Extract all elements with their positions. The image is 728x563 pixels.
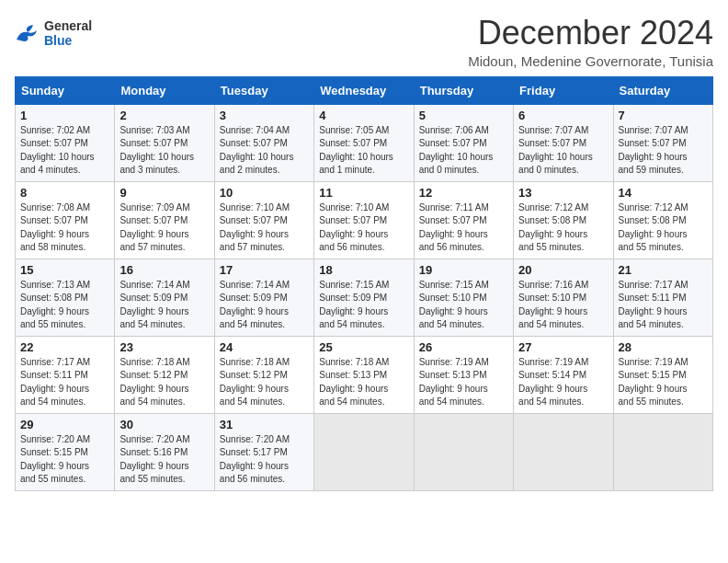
logo-general: General — [44, 18, 92, 33]
calendar-cell — [514, 413, 613, 490]
logo: General Blue — [15, 18, 92, 48]
calendar-cell: 15Sunrise: 7:13 AM Sunset: 5:08 PM Dayli… — [16, 259, 115, 336]
day-info: Sunrise: 7:18 AM Sunset: 5:13 PM Dayligh… — [319, 356, 408, 409]
day-info: Sunrise: 7:19 AM Sunset: 5:14 PM Dayligh… — [518, 356, 608, 409]
day-number: 8 — [20, 186, 109, 200]
day-info: Sunrise: 7:20 AM Sunset: 5:17 PM Dayligh… — [220, 433, 309, 487]
day-number: 22 — [20, 340, 109, 354]
calendar-cell: 20Sunrise: 7:16 AM Sunset: 5:10 PM Dayli… — [514, 259, 613, 336]
calendar-cell: 14Sunrise: 7:12 AM Sunset: 5:08 PM Dayli… — [613, 181, 712, 259]
calendar-week-row: 8Sunrise: 7:08 AM Sunset: 5:07 PM Daylig… — [16, 181, 713, 259]
day-info: Sunrise: 7:04 AM Sunset: 5:07 PM Dayligh… — [220, 124, 309, 178]
day-info: Sunrise: 7:10 AM Sunset: 5:07 PM Dayligh… — [319, 201, 408, 255]
day-info: Sunrise: 7:17 AM Sunset: 5:11 PM Dayligh… — [20, 356, 109, 409]
day-number: 9 — [119, 186, 209, 200]
month-title: December 2024 — [468, 15, 713, 52]
day-number: 16 — [119, 263, 209, 277]
day-info: Sunrise: 7:08 AM Sunset: 5:07 PM Dayligh… — [20, 201, 109, 255]
day-number: 24 — [220, 340, 309, 354]
calendar-cell: 31Sunrise: 7:20 AM Sunset: 5:17 PM Dayli… — [214, 413, 313, 490]
page-header: General Blue December 2024 Midoun, Meden… — [15, 15, 713, 69]
day-number: 2 — [119, 109, 209, 122]
day-info: Sunrise: 7:17 AM Sunset: 5:11 PM Dayligh… — [619, 279, 708, 332]
calendar-cell: 16Sunrise: 7:14 AM Sunset: 5:09 PM Dayli… — [115, 259, 214, 336]
calendar-cell: 13Sunrise: 7:12 AM Sunset: 5:08 PM Dayli… — [514, 181, 613, 259]
day-number: 23 — [119, 340, 209, 354]
calendar-table: SundayMondayTuesdayWednesdayThursdayFrid… — [15, 76, 713, 491]
calendar-cell: 28Sunrise: 7:19 AM Sunset: 5:15 PM Dayli… — [613, 336, 712, 413]
day-info: Sunrise: 7:15 AM Sunset: 5:10 PM Dayligh… — [419, 279, 508, 332]
day-number: 20 — [518, 263, 608, 277]
calendar-week-row: 22Sunrise: 7:17 AM Sunset: 5:11 PM Dayli… — [16, 336, 713, 413]
calendar-week-row: 15Sunrise: 7:13 AM Sunset: 5:08 PM Dayli… — [16, 259, 713, 336]
day-number: 12 — [419, 186, 508, 200]
day-number: 30 — [119, 418, 209, 431]
day-info: Sunrise: 7:19 AM Sunset: 5:13 PM Dayligh… — [419, 356, 508, 409]
calendar-cell: 19Sunrise: 7:15 AM Sunset: 5:10 PM Dayli… — [414, 259, 513, 336]
day-number: 5 — [419, 109, 508, 122]
calendar-cell: 17Sunrise: 7:14 AM Sunset: 5:09 PM Dayli… — [214, 259, 313, 336]
day-info: Sunrise: 7:06 AM Sunset: 5:07 PM Dayligh… — [419, 124, 508, 178]
calendar-cell: 18Sunrise: 7:15 AM Sunset: 5:09 PM Dayli… — [314, 259, 414, 336]
weekday-header-monday: Monday — [115, 76, 214, 104]
calendar-cell: 25Sunrise: 7:18 AM Sunset: 5:13 PM Dayli… — [314, 336, 414, 413]
logo-blue: Blue — [44, 33, 92, 48]
calendar-cell: 24Sunrise: 7:18 AM Sunset: 5:12 PM Dayli… — [214, 336, 313, 413]
day-number: 3 — [220, 109, 309, 122]
day-number: 10 — [220, 186, 309, 200]
day-number: 14 — [619, 186, 708, 200]
calendar-cell: 5Sunrise: 7:06 AM Sunset: 5:07 PM Daylig… — [414, 104, 513, 181]
day-info: Sunrise: 7:20 AM Sunset: 5:15 PM Dayligh… — [20, 433, 109, 487]
day-info: Sunrise: 7:10 AM Sunset: 5:07 PM Dayligh… — [220, 201, 309, 255]
calendar-cell: 23Sunrise: 7:18 AM Sunset: 5:12 PM Dayli… — [115, 336, 214, 413]
day-number: 28 — [619, 340, 708, 354]
calendar-cell: 12Sunrise: 7:11 AM Sunset: 5:07 PM Dayli… — [414, 181, 513, 259]
day-number: 7 — [619, 109, 708, 122]
calendar-cell: 2Sunrise: 7:03 AM Sunset: 5:07 PM Daylig… — [115, 104, 214, 181]
day-info: Sunrise: 7:20 AM Sunset: 5:16 PM Dayligh… — [119, 433, 209, 487]
calendar-cell: 26Sunrise: 7:19 AM Sunset: 5:13 PM Dayli… — [414, 336, 513, 413]
day-number: 31 — [220, 418, 309, 431]
day-number: 15 — [20, 263, 109, 277]
weekday-header-friday: Friday — [514, 76, 613, 104]
day-info: Sunrise: 7:13 AM Sunset: 5:08 PM Dayligh… — [20, 279, 109, 332]
day-info: Sunrise: 7:18 AM Sunset: 5:12 PM Dayligh… — [220, 356, 309, 409]
day-info: Sunrise: 7:12 AM Sunset: 5:08 PM Dayligh… — [619, 201, 708, 255]
calendar-cell: 7Sunrise: 7:07 AM Sunset: 5:07 PM Daylig… — [613, 104, 712, 181]
calendar-cell — [613, 413, 712, 490]
day-info: Sunrise: 7:03 AM Sunset: 5:07 PM Dayligh… — [119, 124, 209, 178]
logo-text: General Blue — [44, 18, 92, 48]
weekday-header-thursday: Thursday — [414, 76, 513, 104]
title-area: December 2024 Midoun, Medenine Governora… — [468, 15, 713, 69]
day-number: 27 — [518, 340, 608, 354]
day-info: Sunrise: 7:16 AM Sunset: 5:10 PM Dayligh… — [518, 279, 608, 332]
day-info: Sunrise: 7:14 AM Sunset: 5:09 PM Dayligh… — [220, 279, 309, 332]
day-info: Sunrise: 7:07 AM Sunset: 5:07 PM Dayligh… — [619, 124, 708, 178]
day-number: 4 — [319, 109, 408, 122]
day-number: 25 — [319, 340, 408, 354]
calendar-cell: 30Sunrise: 7:20 AM Sunset: 5:16 PM Dayli… — [115, 413, 214, 490]
day-info: Sunrise: 7:09 AM Sunset: 5:07 PM Dayligh… — [119, 201, 209, 255]
day-info: Sunrise: 7:11 AM Sunset: 5:07 PM Dayligh… — [419, 201, 508, 255]
calendar-week-row: 29Sunrise: 7:20 AM Sunset: 5:15 PM Dayli… — [16, 413, 713, 490]
day-number: 21 — [619, 263, 708, 277]
day-number: 1 — [20, 109, 109, 122]
logo-bird-icon — [15, 23, 40, 43]
day-number: 17 — [220, 263, 309, 277]
day-number: 19 — [419, 263, 508, 277]
calendar-cell: 27Sunrise: 7:19 AM Sunset: 5:14 PM Dayli… — [514, 336, 613, 413]
calendar-cell: 1Sunrise: 7:02 AM Sunset: 5:07 PM Daylig… — [16, 104, 115, 181]
day-info: Sunrise: 7:07 AM Sunset: 5:07 PM Dayligh… — [518, 124, 608, 178]
calendar-cell: 29Sunrise: 7:20 AM Sunset: 5:15 PM Dayli… — [16, 413, 115, 490]
weekday-header-tuesday: Tuesday — [214, 76, 313, 104]
weekday-header-row: SundayMondayTuesdayWednesdayThursdayFrid… — [16, 76, 713, 104]
day-info: Sunrise: 7:05 AM Sunset: 5:07 PM Dayligh… — [319, 124, 408, 178]
day-info: Sunrise: 7:14 AM Sunset: 5:09 PM Dayligh… — [119, 279, 209, 332]
calendar-cell: 22Sunrise: 7:17 AM Sunset: 5:11 PM Dayli… — [16, 336, 115, 413]
calendar-cell: 6Sunrise: 7:07 AM Sunset: 5:07 PM Daylig… — [514, 104, 613, 181]
day-number: 6 — [518, 109, 608, 122]
calendar-week-row: 1Sunrise: 7:02 AM Sunset: 5:07 PM Daylig… — [16, 104, 713, 181]
day-number: 18 — [319, 263, 408, 277]
calendar-cell: 3Sunrise: 7:04 AM Sunset: 5:07 PM Daylig… — [214, 104, 313, 181]
calendar-cell: 11Sunrise: 7:10 AM Sunset: 5:07 PM Dayli… — [314, 181, 414, 259]
